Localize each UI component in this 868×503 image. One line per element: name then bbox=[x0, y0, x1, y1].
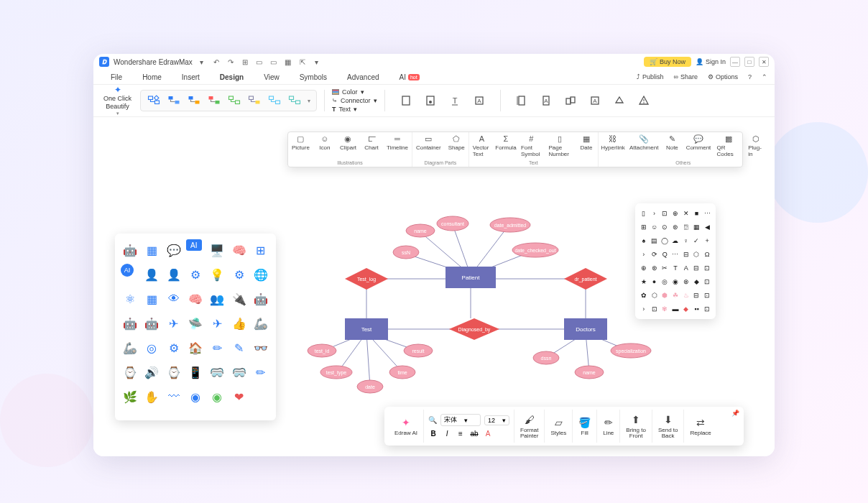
more-icon[interactable]: ▾ bbox=[312, 57, 322, 67]
clip-glasses[interactable]: 👓 bbox=[251, 337, 270, 359]
pi-3[interactable]: ⊡ bbox=[660, 208, 669, 219]
clip-wand[interactable]: ✏ bbox=[208, 337, 226, 359]
connector-dropdown[interactable]: ⤷Connector ▾ bbox=[332, 97, 377, 104]
share-button[interactable]: ∞ Share bbox=[674, 73, 698, 80]
pi-6[interactable]: ■ bbox=[693, 208, 701, 219]
buy-now-button[interactable]: 🛒 Buy Now bbox=[644, 57, 691, 67]
pi-54[interactable]: ◆ bbox=[682, 303, 691, 315]
one-click-beautify-button[interactable]: ✦ One Click Beautify ▾ bbox=[99, 83, 136, 118]
pi-20[interactable]: ✓ bbox=[693, 235, 701, 246]
pi-23[interactable]: ⟳ bbox=[650, 249, 659, 260]
theme-1[interactable] bbox=[147, 93, 161, 108]
align-button[interactable]: ≡ bbox=[456, 428, 466, 438]
format-painter-button[interactable]: 🖌Format Painter bbox=[514, 410, 545, 443]
pi-48[interactable]: ⊟ bbox=[693, 290, 701, 301]
clip-ai[interactable]: AI bbox=[186, 239, 202, 251]
clip-watch[interactable]: ⌚ bbox=[165, 361, 183, 383]
clip-pen[interactable]: ✏ bbox=[251, 361, 270, 383]
insert-attachment[interactable]: 📎Attachment bbox=[627, 134, 660, 158]
print-icon[interactable]: ▦ bbox=[283, 57, 293, 67]
clip-ship[interactable]: 🛸 bbox=[186, 313, 205, 334]
pi-31[interactable]: ✂ bbox=[660, 262, 669, 274]
pi-5[interactable]: ✕ bbox=[682, 208, 691, 219]
pi-49[interactable]: ⊡ bbox=[703, 290, 711, 301]
clip-heart[interactable]: ❤ bbox=[229, 386, 248, 407]
pi-16[interactable]: ▤ bbox=[650, 235, 659, 246]
clip-drone2[interactable]: ✈ bbox=[208, 313, 226, 334]
pi-10[interactable]: ⊙ bbox=[660, 221, 669, 233]
theme-8[interactable] bbox=[287, 93, 302, 108]
pi-39[interactable]: ◉ bbox=[671, 276, 680, 287]
pin-icon[interactable]: 📌 bbox=[731, 410, 739, 417]
clip-head2[interactable]: 👤 bbox=[165, 264, 183, 285]
pi-47[interactable]: ♨ bbox=[682, 290, 691, 301]
insert-comment[interactable]: 💬Comment bbox=[683, 134, 713, 158]
pi-27[interactable]: ⬡ bbox=[693, 249, 701, 260]
clip-chat[interactable]: 💬 bbox=[165, 239, 183, 261]
clip-monitor[interactable]: 🖥️ bbox=[208, 239, 226, 261]
pi-40[interactable]: ⊗ bbox=[682, 276, 691, 287]
up-icon[interactable] bbox=[613, 94, 626, 107]
text-color-button[interactable]: A bbox=[483, 428, 493, 438]
pi-44[interactable]: ⬡ bbox=[650, 290, 659, 301]
pi-51[interactable]: ⊡ bbox=[650, 303, 659, 315]
pi-17[interactable]: ◯ bbox=[660, 235, 669, 246]
insert-clipart[interactable]: ◉Clipart bbox=[336, 134, 360, 152]
dropdown-icon[interactable]: ▾ bbox=[197, 57, 207, 67]
minimize-button[interactable]: — bbox=[730, 57, 740, 67]
sign-in-button[interactable]: 👤 Sign In bbox=[696, 58, 726, 65]
clip-band[interactable]: ⌚ bbox=[121, 361, 139, 383]
text-dropdown[interactable]: TText ▾ bbox=[332, 106, 377, 113]
pi-24[interactable]: Q bbox=[660, 249, 669, 260]
theme-4[interactable] bbox=[207, 93, 221, 108]
clip-vr[interactable]: 🥽 bbox=[208, 361, 226, 383]
theme-7[interactable] bbox=[267, 93, 282, 108]
align-icon-4[interactable]: A bbox=[588, 94, 601, 107]
clip-neural[interactable]: 🌐 bbox=[251, 264, 270, 285]
clip-chip[interactable]: ▦ bbox=[142, 239, 161, 261]
page-icon-2[interactable] bbox=[424, 94, 437, 107]
pi-12[interactable]: ⍰ bbox=[682, 221, 691, 233]
insert-date[interactable]: ▦Date bbox=[575, 134, 598, 158]
theme-6[interactable] bbox=[247, 93, 262, 108]
clip-wand2[interactable]: ✎ bbox=[229, 337, 248, 359]
insert-vector-text[interactable]: AVector Text bbox=[469, 134, 494, 158]
pi-41[interactable]: ◆ bbox=[693, 276, 701, 287]
clip-users[interactable]: 👥 bbox=[208, 288, 226, 310]
insert-note[interactable]: ✎Note bbox=[660, 134, 683, 158]
clip-hand[interactable]: ✋ bbox=[142, 386, 161, 407]
pi-9[interactable]: ☺ bbox=[650, 221, 659, 233]
options-button[interactable]: ⚙ Options bbox=[708, 73, 738, 80]
pi-56[interactable]: ⊡ bbox=[703, 303, 711, 315]
bring-front-button[interactable]: ⬆Bring to Front bbox=[620, 410, 652, 443]
styles-button[interactable]: ▱Styles bbox=[545, 410, 573, 443]
align-icon-3[interactable] bbox=[564, 94, 577, 107]
clip-plant[interactable]: 🌿 bbox=[121, 386, 139, 407]
insert-font-symbol[interactable]: #Font Symbol bbox=[517, 134, 545, 158]
maximize-button[interactable]: □ bbox=[744, 57, 754, 67]
insert-hyperlink[interactable]: ⛓Hyperlink bbox=[599, 134, 627, 158]
redo-icon[interactable]: ↷ bbox=[226, 57, 236, 67]
clip-gear[interactable]: ⚙ bbox=[229, 264, 248, 285]
page-icon-1[interactable] bbox=[400, 94, 412, 107]
insert-page-number[interactable]: ▯Page Number bbox=[545, 134, 575, 158]
pi-26[interactable]: ⊟ bbox=[682, 249, 691, 260]
pi-28[interactable]: Ω bbox=[703, 249, 711, 260]
clip-house[interactable]: 🏠 bbox=[186, 337, 205, 359]
pi-11[interactable]: ⊛ bbox=[671, 221, 680, 233]
font-select[interactable]: 宋体▾ bbox=[440, 414, 481, 426]
pi-32[interactable]: T bbox=[671, 262, 680, 274]
pi-21[interactable]: + bbox=[703, 235, 711, 246]
pi-55[interactable]: ▪▪ bbox=[693, 303, 701, 315]
clip-network[interactable]: ⊞ bbox=[251, 239, 270, 261]
pi-30[interactable]: ⊛ bbox=[650, 262, 659, 274]
pi-45[interactable]: ⬢ bbox=[660, 290, 669, 301]
theme-more-icon[interactable]: ▾ bbox=[308, 98, 310, 104]
size-select[interactable]: 12▾ bbox=[484, 415, 509, 425]
clip-speaker[interactable]: 🔊 bbox=[142, 361, 161, 383]
theme-5[interactable] bbox=[227, 93, 241, 108]
warning-icon[interactable] bbox=[637, 94, 650, 107]
insert-chart[interactable]: ⫍Chart bbox=[360, 134, 383, 152]
tab-ai[interactable]: AIhot bbox=[389, 70, 430, 84]
italic-button[interactable]: I bbox=[442, 428, 452, 438]
